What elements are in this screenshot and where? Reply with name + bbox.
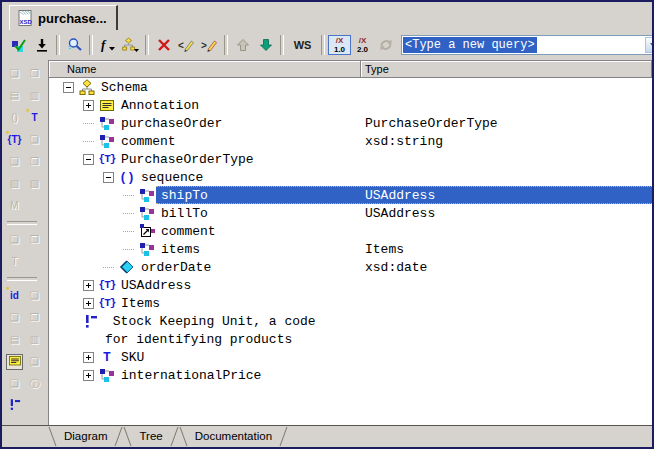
append-any-button[interactable]: ❐	[26, 154, 43, 170]
move-down-button[interactable]	[254, 34, 277, 56]
annotation-icon	[8, 354, 22, 371]
comment-icon	[8, 398, 22, 415]
query-combobox-value: <Type a new query>	[403, 37, 537, 53]
expand-expander-icon[interactable]	[83, 370, 94, 381]
insert-any-button[interactable]: ❏	[6, 154, 23, 170]
tree-row[interactable]: itemsItems	[49, 240, 652, 258]
insert-union-button[interactable]: ▧	[6, 176, 23, 192]
validate-button[interactable]	[7, 34, 30, 56]
preview-button[interactable]	[63, 34, 86, 56]
save-result-button[interactable]	[30, 34, 53, 56]
function-button[interactable]: f	[96, 34, 119, 56]
substitute-type-button[interactable]: T	[6, 254, 23, 270]
del-icon	[156, 37, 172, 53]
add-identity-button[interactable]: id✶	[6, 288, 23, 304]
xslt-1-0-button[interactable]: /X1.0	[328, 35, 351, 55]
tree-row[interactable]: TSKU	[49, 348, 652, 366]
derive-type-button[interactable]: ❏	[26, 132, 43, 148]
sidebar-spacer	[26, 398, 43, 414]
tree-header: Name Type	[49, 61, 652, 78]
append-union-button[interactable]: ▨	[26, 176, 43, 192]
element-icon	[139, 187, 155, 203]
append-union-icon: ▨	[30, 179, 39, 189]
column-header-name[interactable]: Name	[49, 61, 361, 78]
insert-import-icon: ❏	[10, 235, 19, 245]
view-tab-documentation[interactable]: Documentation	[179, 426, 288, 448]
tree-row[interactable]: Schema	[49, 78, 652, 96]
tree-row[interactable]: {T}USAddress	[49, 276, 652, 294]
append-key-button[interactable]: ❐	[26, 310, 43, 326]
tree-row[interactable]: orderDatexsd:date	[49, 258, 652, 276]
tree-connector	[83, 141, 94, 142]
xslt-1-0-icon: /X1.0	[334, 36, 345, 54]
sidebar-row: T	[6, 254, 48, 270]
rename-type-button[interactable]: M	[6, 198, 23, 214]
append-import-button[interactable]: ❐	[26, 232, 43, 248]
info-button[interactable]: ⓘ	[26, 376, 43, 392]
view-tab-tree[interactable]: Tree	[123, 426, 178, 448]
tree-row[interactable]: billToUSAddress	[49, 204, 652, 222]
add-element-button[interactable]: T✶	[26, 110, 43, 126]
tree-connector	[123, 231, 134, 232]
edit-next-button[interactable]: >	[198, 34, 221, 56]
edit-previous-button[interactable]: <	[175, 34, 198, 56]
tree-row[interactable]: Annotation	[49, 96, 652, 114]
toolbar-separator	[89, 35, 93, 55]
insert-node-button[interactable]: ❏	[6, 66, 23, 82]
collapse-expander-icon[interactable]	[83, 154, 94, 165]
annotation-toggle-button[interactable]	[6, 354, 23, 370]
tree-item-label: purchaseOrder	[118, 116, 225, 131]
insert-group-button[interactable]: ()	[6, 110, 23, 126]
collapse-expander-icon[interactable]	[103, 172, 114, 183]
complexType-icon: {T}	[99, 151, 115, 167]
insert-unique-button[interactable]: ▤	[6, 332, 23, 348]
view-notes-button[interactable]: ❏	[6, 376, 23, 392]
insert-import-button[interactable]: ❏	[6, 232, 23, 248]
append-unique-button[interactable]: ▥	[26, 332, 43, 348]
add-identity-icon: id	[10, 291, 19, 301]
append-node-icon: ❐	[30, 69, 39, 79]
editprev-icon: <	[178, 37, 195, 53]
append-node-button[interactable]: ❐	[26, 66, 43, 82]
xslt-2-0-button[interactable]: /X2.0	[351, 34, 374, 56]
collapse-expander-icon[interactable]	[63, 82, 74, 93]
key-reference-button[interactable]: ❏	[26, 288, 43, 304]
refresh-button[interactable]	[374, 34, 397, 56]
tree-item-type: xsd:date	[365, 260, 427, 275]
tree-item-label: for identifying products	[102, 332, 295, 347]
expand-expander-icon[interactable]	[83, 100, 94, 111]
query-combobox[interactable]: <Type a new query>	[401, 35, 654, 55]
move-up-button[interactable]	[231, 34, 254, 56]
sidebar-separator	[7, 221, 37, 225]
tree-item-type: Items	[365, 242, 404, 257]
tree-row[interactable]: commentxsd:string	[49, 132, 652, 150]
insert-key-button[interactable]: ❏	[6, 310, 23, 326]
tree-row[interactable]: ()sequence	[49, 168, 652, 186]
tree-row[interactable]: purchaseOrderPurchaseOrderType	[49, 114, 652, 132]
sequence-icon: ()	[119, 169, 135, 185]
document-tab-purchase[interactable]: XSD purchase...	[9, 5, 118, 30]
substitute-type-icon: T	[11, 257, 17, 267]
edit-annotation-button[interactable]: ❏	[26, 354, 43, 370]
expand-expander-icon[interactable]	[83, 352, 94, 363]
tree-row[interactable]: internationalPrice	[49, 366, 652, 384]
tree-row[interactable]: {T}Items	[49, 294, 652, 312]
delete-button[interactable]	[152, 34, 175, 56]
tree-row[interactable]: {T}PurchaseOrderType	[49, 150, 652, 168]
expand-expander-icon[interactable]	[83, 280, 94, 291]
add-comment-button[interactable]	[6, 398, 23, 414]
view-tab-diagram[interactable]: Diagram	[48, 426, 123, 448]
append-attribute-button[interactable]: ▥	[26, 88, 43, 104]
add-complex-type-button[interactable]: {T}✶	[6, 132, 23, 148]
combo-dropdown-button[interactable]	[645, 37, 654, 53]
column-header-type[interactable]: Type	[361, 61, 652, 78]
diagram-view-button[interactable]	[119, 34, 142, 56]
tree-row[interactable]: Stock Keeping Unit, a code	[49, 312, 652, 330]
insert-attribute-icon: ▤	[10, 91, 19, 101]
tree-row[interactable]: comment	[49, 222, 652, 240]
expand-expander-icon[interactable]	[83, 298, 94, 309]
web-service-button[interactable]: WS	[287, 34, 318, 56]
insert-attribute-button[interactable]: ▤	[6, 88, 23, 104]
tree-row[interactable]: shipToUSAddress	[49, 186, 652, 204]
tree-row[interactable]: for identifying products	[49, 330, 652, 348]
